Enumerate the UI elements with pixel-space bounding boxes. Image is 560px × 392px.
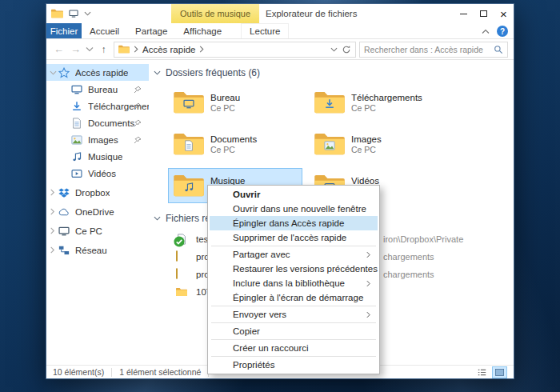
submenu-chevron-icon (366, 251, 370, 258)
menu-item-epingler-acces-rapide[interactable]: Épingler dans Accès rapide (210, 216, 378, 230)
refresh-icon[interactable] (342, 45, 351, 54)
menu-item-envoyer-vers[interactable]: Envoyer vers (210, 307, 378, 322)
search-input[interactable] (364, 45, 490, 54)
sidebar-item-label: OneDrive (75, 207, 114, 217)
chevron-right-icon[interactable] (50, 208, 55, 215)
pin-icon[interactable] (134, 136, 142, 144)
maximize-button[interactable] (474, 4, 494, 23)
app-file-icon (176, 250, 178, 262)
desktop-icon (183, 98, 194, 110)
tab-fichier[interactable]: Fichier (46, 23, 82, 38)
file-path: chargements (383, 252, 434, 262)
window-title: Explorateur de fichiers (266, 4, 357, 23)
pin-icon[interactable] (134, 102, 142, 110)
sidebar-item-musique[interactable]: Musique (46, 148, 149, 165)
submenu-chevron-icon (366, 311, 370, 318)
explorer-window: Outils de musique Explorateur de fichier… (46, 3, 514, 379)
tab-lecture[interactable]: Lecture (241, 23, 289, 38)
folder-tile-bureau[interactable]: Bureau Ce PC (168, 85, 302, 120)
context-menu: Ouvrir Ouvrir dans une nouvelle fenêtre … (207, 185, 380, 374)
menu-item-creer-raccourci[interactable]: Créer un raccourci (210, 341, 378, 355)
title-bar[interactable]: Outils de musique Explorateur de fichier… (46, 4, 514, 23)
desktop-icon (71, 84, 82, 95)
details-view-button[interactable] (474, 366, 490, 378)
recent-locations-icon[interactable] (86, 46, 94, 52)
maximize-icon (480, 10, 487, 17)
breadcrumb-location[interactable]: Accès rapide (142, 45, 195, 54)
menu-item-epingler-ecran-demarrage[interactable]: Épingler à l'écran de démarrage (210, 290, 378, 305)
chevron-down-icon[interactable] (50, 70, 57, 75)
sidebar-item-images[interactable]: Images (46, 131, 149, 148)
explorer-app-icon (51, 9, 63, 18)
view-toggles (474, 366, 507, 378)
file-icon (176, 286, 189, 298)
menu-item-ouvrir-nouvelle-fenetre[interactable]: Ouvrir dans une nouvelle fenêtre (210, 202, 378, 216)
sidebar-item-videos[interactable]: Vidéos (46, 165, 149, 182)
music-icon (183, 182, 194, 193)
folder-tile-images[interactable]: Images Ce PC (309, 126, 443, 162)
contextual-tab-group[interactable]: Outils de musique (171, 4, 259, 23)
file-path: iron\Dropbox\Private (383, 234, 463, 244)
address-bar[interactable]: Accès rapide (114, 42, 356, 58)
pin-icon[interactable] (134, 86, 142, 94)
qat-dropdown-icon[interactable] (84, 11, 91, 16)
details-view-icon (477, 368, 487, 377)
chevron-right-icon[interactable] (50, 246, 55, 254)
back-button[interactable]: ← (52, 43, 66, 55)
folder-tile-telechargements[interactable]: Téléchargements Ce PC (309, 85, 443, 120)
chevron-down-icon (154, 216, 161, 221)
sidebar-item-reseau[interactable]: Réseau (46, 242, 149, 258)
menu-item-supprimer-acces-rapide[interactable]: Supprimer de l'accès rapide (210, 230, 378, 245)
frequent-folders-header[interactable]: Dossiers fréquents (6) (154, 65, 514, 81)
sidebar-item-label: Musique (88, 152, 122, 162)
help-button[interactable]: ? (497, 26, 508, 37)
search-icon[interactable] (494, 45, 503, 54)
tab-partage[interactable]: Partage (127, 23, 175, 38)
close-button[interactable]: × (494, 4, 514, 23)
sidebar-item-onedrive[interactable]: OneDrive (46, 203, 149, 220)
forward-button[interactable]: → (69, 43, 82, 55)
chevron-right-icon[interactable] (50, 227, 55, 234)
tab-accueil[interactable]: Accueil (82, 23, 127, 38)
sync-check-icon (174, 236, 185, 247)
qat-properties-icon[interactable] (69, 9, 78, 18)
sidebar-item-telechargements[interactable]: Téléchargements (46, 98, 149, 114)
file-icon (176, 234, 189, 246)
address-dropdown-icon[interactable] (330, 47, 338, 52)
folder-tile-documents[interactable]: Documents Ce PC (168, 126, 302, 162)
tile-name: Images (351, 134, 382, 144)
menu-item-ouvrir[interactable]: Ouvrir (210, 187, 378, 202)
collapse-ribbon-icon[interactable] (482, 29, 490, 34)
sidebar-item-dropbox[interactable]: Dropbox (46, 184, 149, 201)
desktop-background: Outils de musique Explorateur de fichier… (0, 0, 560, 392)
folder-icon (174, 90, 204, 114)
sidebar-item-documents[interactable]: Documents (46, 114, 149, 131)
navigation-pane: Accès rapide Bureau Téléchargements Docu… (46, 60, 149, 365)
app-file-icon (176, 268, 178, 279)
tab-affichage[interactable]: Affichage (175, 23, 230, 38)
ribbon-right-controls: ? (482, 23, 508, 39)
image-icon (71, 134, 82, 146)
sidebar-item-bureau[interactable]: Bureau (46, 81, 149, 98)
menu-item-copier[interactable]: Copier (210, 324, 378, 338)
search-box[interactable] (359, 42, 508, 58)
pin-icon[interactable] (134, 119, 142, 127)
breadcrumb-chevron-icon[interactable] (134, 46, 138, 53)
computer-icon (58, 226, 70, 237)
dropbox-icon (58, 187, 70, 198)
breadcrumb-chevron-icon[interactable] (199, 46, 204, 53)
chevron-right-icon[interactable] (50, 189, 55, 196)
file-icon (176, 269, 189, 281)
menu-item-partager-avec[interactable]: Partager avec (210, 247, 378, 262)
up-button[interactable]: ↑ (97, 44, 110, 55)
file-path: chargements (383, 270, 434, 279)
menu-item-restaurer-versions[interactable]: Restaurer les versions précédentes (210, 262, 378, 276)
folder-icon (314, 132, 345, 156)
sidebar-item-ce-pc[interactable]: Ce PC (46, 222, 149, 239)
ribbon-tab-row: Fichier Accueil Partage Affichage Lectur… (46, 23, 514, 39)
sidebar-item-acces-rapide[interactable]: Accès rapide (46, 64, 149, 81)
menu-item-proprietes[interactable]: Propriétés (210, 358, 378, 372)
menu-item-inclure-bibliotheque[interactable]: Inclure dans la bibliothèque (210, 276, 378, 290)
minimize-button[interactable] (454, 4, 474, 23)
thumbnails-view-button[interactable] (492, 366, 507, 378)
